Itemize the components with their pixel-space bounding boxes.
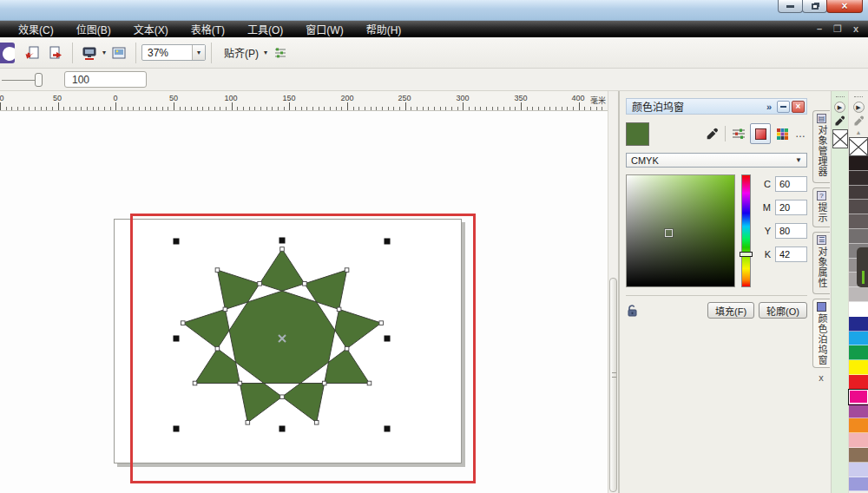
- color-swatch[interactable]: [849, 302, 868, 317]
- menu-help[interactable]: 帮助(H): [355, 22, 413, 36]
- doc-minimize-button[interactable]: –: [814, 24, 825, 34]
- selection-handle[interactable]: [279, 426, 286, 432]
- star-node[interactable]: [193, 381, 197, 385]
- zoom-dropdown-arrow[interactable]: ▾: [192, 45, 205, 60]
- default-palette-flyout-button[interactable]: ▶: [853, 102, 865, 113]
- tab-hints[interactable]: ?提示: [812, 187, 830, 227]
- menu-effects[interactable]: 效果(C): [7, 22, 65, 36]
- star-node[interactable]: [379, 321, 384, 325]
- export-button[interactable]: [46, 43, 65, 62]
- color-swatch[interactable]: [849, 171, 868, 186]
- selection-handle[interactable]: [174, 336, 180, 342]
- horizontal-ruler[interactable]: 050050100150200250300350400 毫米: [0, 91, 608, 111]
- scroll-up-icon[interactable]: ▲: [856, 129, 862, 135]
- tab-object-manager[interactable]: ▤对象管理器: [812, 110, 830, 183]
- star-node[interactable]: [258, 281, 262, 286]
- color-swatch[interactable]: [849, 477, 868, 492]
- transparency-slider-handle[interactable]: [35, 73, 43, 87]
- channel-input-c[interactable]: [775, 176, 807, 192]
- color-swatch[interactable]: [849, 332, 868, 346]
- doc-restore-button[interactable]: ❐: [832, 24, 843, 34]
- docker-more-button[interactable]: …: [793, 128, 807, 140]
- color-swatch[interactable]: [849, 287, 868, 302]
- color-swatch[interactable]: [849, 186, 868, 200]
- selection-handle[interactable]: [385, 239, 391, 245]
- selection-handle[interactable]: [279, 238, 286, 244]
- document-palette-flyout-button[interactable]: ▶: [834, 102, 845, 113]
- outline-button[interactable]: 轮廓(O): [759, 302, 807, 319]
- color-swatch[interactable]: [849, 390, 868, 404]
- vertical-scrollbar[interactable]: [608, 91, 619, 493]
- eyedropper-icon[interactable]: [834, 115, 845, 127]
- hue-slider[interactable]: [741, 174, 751, 287]
- eyedropper-icon[interactable]: [853, 115, 865, 127]
- tab-object-properties[interactable]: ☰对象属性: [812, 232, 830, 294]
- color-swatch[interactable]: [849, 360, 868, 375]
- channel-input-k[interactable]: [775, 246, 807, 262]
- color-swatch[interactable]: [849, 463, 868, 477]
- channel-input-m[interactable]: [775, 200, 807, 215]
- channel-input-y[interactable]: [775, 223, 807, 239]
- application-launcher-button[interactable]: [80, 43, 99, 62]
- canvas[interactable]: [0, 111, 608, 493]
- color-sliders-button[interactable]: [730, 125, 747, 142]
- menu-window[interactable]: 窗口(W): [294, 22, 354, 36]
- color-swatch[interactable]: [849, 214, 868, 229]
- snap-dropdown-arrow[interactable]: ▾: [264, 49, 267, 56]
- color-palettes-button[interactable]: [773, 125, 791, 142]
- close-button[interactable]: ×: [826, 0, 863, 13]
- menu-table[interactable]: 表格(T): [180, 22, 236, 36]
- star-node[interactable]: [322, 381, 326, 385]
- color-swatch[interactable]: [849, 404, 868, 419]
- color-field[interactable]: [626, 174, 735, 287]
- color-swatch[interactable]: [849, 375, 868, 390]
- star-node[interactable]: [181, 321, 185, 325]
- eyedropper-button[interactable]: [703, 125, 720, 142]
- star-node[interactable]: [215, 268, 220, 273]
- selection-handle[interactable]: [385, 426, 391, 432]
- hue-slider-handle[interactable]: [740, 252, 753, 257]
- restore-button[interactable]: [802, 0, 827, 13]
- star-node[interactable]: [337, 307, 341, 312]
- menu-bitmaps[interactable]: 位图(B): [65, 22, 122, 36]
- docker-expand-chevron[interactable]: »: [766, 102, 775, 112]
- color-swatch[interactable]: [849, 345, 868, 360]
- tab-color-docker[interactable]: 颜色泊坞窗: [812, 299, 830, 368]
- no-color-swatch[interactable]: [849, 137, 868, 156]
- color-swatch[interactable]: [849, 317, 868, 332]
- docker-minimize-button[interactable]: [777, 101, 790, 113]
- launcher-dropdown-arrow[interactable]: ▾: [102, 49, 106, 56]
- color-field-selector[interactable]: [665, 229, 673, 237]
- snap-to-button[interactable]: 贴齐(P): [224, 45, 259, 60]
- vertical-scrollbar-thumb[interactable]: [609, 278, 617, 492]
- color-swatch[interactable]: [849, 433, 868, 448]
- star-node[interactable]: [280, 395, 285, 399]
- star-node[interactable]: [246, 420, 250, 424]
- star-node[interactable]: [314, 420, 319, 424]
- star-node[interactable]: [345, 268, 349, 273]
- star-node[interactable]: [215, 346, 220, 351]
- selection-handle[interactable]: [174, 426, 180, 432]
- color-swatch[interactable]: [849, 156, 868, 171]
- color-swatch[interactable]: [849, 448, 868, 463]
- color-viewers-button[interactable]: [750, 123, 771, 144]
- selection-handle[interactable]: [174, 239, 180, 245]
- fill-button[interactable]: 填充(F): [707, 302, 754, 319]
- color-swatch[interactable]: [849, 418, 868, 433]
- color-swatch[interactable]: [849, 200, 868, 214]
- doc-close-button[interactable]: x: [851, 24, 861, 34]
- star-node[interactable]: [238, 381, 242, 385]
- menu-tools[interactable]: 工具(O): [236, 22, 294, 36]
- star-node[interactable]: [280, 247, 285, 252]
- menu-text[interactable]: 文本(X): [122, 22, 180, 36]
- welcome-screen-button[interactable]: [109, 43, 128, 62]
- options-button[interactable]: [271, 43, 290, 62]
- color-swatch[interactable]: [849, 229, 868, 244]
- lock-open-icon[interactable]: [626, 304, 639, 318]
- palette-drag-handle[interactable]: [836, 96, 845, 99]
- docker-close-button[interactable]: ×: [792, 101, 805, 113]
- palette-drag-handle[interactable]: [854, 96, 863, 99]
- docker-strip-close-button[interactable]: x: [812, 372, 830, 383]
- no-color-swatch[interactable]: [832, 129, 848, 148]
- import-button[interactable]: [23, 43, 43, 62]
